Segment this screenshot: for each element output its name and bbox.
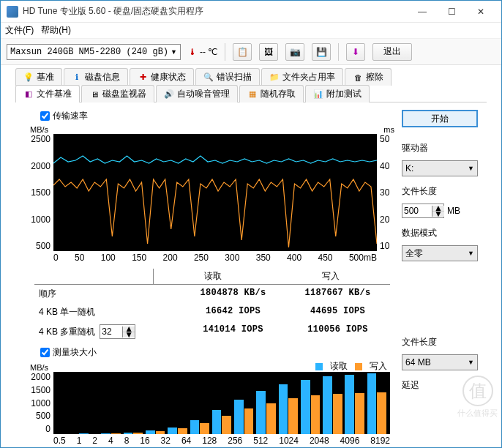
write-bar: [311, 395, 321, 434]
transfer-checkbox[interactable]: 传输速率: [40, 110, 393, 122]
menubar: 文件(F) 帮助(H): [1, 23, 501, 39]
flen2-label: 文件长度: [402, 336, 478, 348]
titlebar: HD Tune 专业版 5.60 - 硬盘/固态硬盘实用程序 — ☐ ✕: [1, 1, 501, 23]
extra-icon: 📊: [313, 89, 323, 100]
write-bar: [377, 392, 386, 434]
thermometer-icon: 🌡: [188, 47, 197, 57]
row-4k-multi: 4 KB 多重随机 ▲▼ 141014 IOPS 110056 IOPS: [34, 321, 390, 342]
read-bar: [345, 375, 354, 434]
copy-image-button[interactable]: 🖼: [259, 43, 278, 61]
drive-select[interactable]: Maxsun 240GB NM5-2280 (240 gB) ▼: [7, 44, 181, 60]
close-button[interactable]: ✕: [466, 1, 495, 22]
tab-erase[interactable]: 🗑擦除: [345, 68, 392, 86]
read-bar: [323, 376, 332, 434]
results-header: 读取写入: [34, 269, 390, 285]
write-bar: [178, 428, 187, 434]
file-icon: ◧: [23, 89, 34, 100]
speaker-icon: 🔊: [164, 89, 174, 100]
transfer-chart: MB/s ms 2500200015001000500 5040302010 0…: [31, 124, 393, 263]
tab-benchmark[interactable]: 💡基准: [15, 68, 62, 86]
bar-group: [255, 372, 276, 434]
bar-group: [344, 372, 364, 434]
monitor-icon: 🖥: [89, 89, 100, 100]
tab-health[interactable]: ✚健康状态: [130, 68, 194, 86]
read-bar: [212, 410, 222, 434]
drive-combo[interactable]: K:▼: [402, 160, 478, 176]
read-bar: [234, 400, 244, 434]
delay-label: 延迟: [402, 379, 478, 392]
y-label-2: MB/s: [30, 363, 48, 372]
menu-file[interactable]: 文件(F): [5, 24, 34, 37]
write-bar: [200, 423, 209, 434]
row-sequential: 顺序 1804878 KB/s 1187667 KB/s: [34, 285, 390, 303]
mode-combo[interactable]: 全零▼: [402, 245, 478, 261]
tab-random[interactable]: ▦随机存取: [239, 85, 304, 102]
bar-group: [190, 372, 210, 434]
toolbar: Maxsun 240GB NM5-2280 (240 gB) ▼ 🌡 -- ℃ …: [1, 39, 501, 65]
read-bar: [168, 428, 177, 434]
write-bar: [244, 408, 254, 434]
line-svg: [53, 134, 377, 251]
magnify-icon: 🔍: [203, 72, 214, 83]
picture-icon: 🖼: [264, 47, 273, 57]
floppy-icon: 💾: [316, 47, 327, 57]
write-bar: [111, 433, 121, 434]
y-ticks-2: 2000150010005000: [30, 372, 50, 434]
flen-input[interactable]: [402, 206, 432, 216]
spin-down-icon[interactable]: ▼: [432, 212, 444, 217]
read-line: [53, 156, 377, 163]
start-button[interactable]: 开始: [402, 110, 478, 127]
app-icon: [7, 6, 18, 18]
blocksize-chart: MB/s 读取 写入 2000150010005000 0.5124816326…: [31, 362, 393, 446]
options-button[interactable]: ⬇: [346, 43, 365, 61]
arrow-down-icon: ⬇: [352, 47, 359, 57]
bars-container: [53, 372, 390, 434]
screenshot-button[interactable]: 📷: [285, 43, 304, 61]
separator: [338, 43, 339, 61]
y2-label: ms: [383, 125, 394, 134]
bar-group: [101, 372, 121, 434]
chevron-down-icon: ▼: [468, 165, 474, 172]
tab-monitor[interactable]: 🖥磁盘监视器: [81, 85, 154, 102]
transfer-check-input[interactable]: [40, 111, 50, 121]
tab-aam[interactable]: 🔊自动噪音管理: [156, 85, 238, 102]
drive-select-value: Maxsun 240GB NM5-2280 (240 gB): [10, 47, 168, 57]
spin-down-icon[interactable]: ▼: [123, 332, 135, 337]
bar-group: [167, 372, 187, 434]
tab-filebench[interactable]: ◧文件基准: [15, 85, 80, 102]
bar-group: [56, 372, 77, 434]
minimize-button[interactable]: —: [408, 1, 437, 22]
y1-label: MB/s: [30, 125, 48, 134]
exit-button[interactable]: 退出: [372, 43, 412, 61]
flen-spinner[interactable]: ▲▼: [402, 204, 444, 218]
write-bar: [355, 393, 364, 434]
tab-folder[interactable]: 📁文件夹占用率: [261, 68, 343, 86]
temperature: 🌡 -- ℃: [188, 47, 217, 57]
qd-spinner[interactable]: ▲▼: [100, 324, 135, 339]
legend-read-swatch: [315, 363, 323, 370]
bar-group: [211, 372, 232, 434]
tab-extra[interactable]: 📊附加测试: [305, 85, 370, 102]
flen2-combo[interactable]: 64 MB▼: [402, 354, 478, 370]
copy-text-button[interactable]: 📋: [233, 43, 252, 61]
maximize-button[interactable]: ☐: [437, 1, 466, 22]
qd-input[interactable]: [100, 326, 122, 337]
y1-ticks: 2500200015001000500: [30, 134, 50, 251]
bulb-icon: 💡: [23, 72, 34, 83]
content-area: 传输速率 MB/s ms 2500200015001000500 5040302…: [15, 102, 487, 448]
col-read: 读取: [154, 269, 272, 284]
blocksize-checkbox[interactable]: 测量块大小: [40, 346, 393, 359]
health-icon: ✚: [138, 72, 148, 83]
save-button[interactable]: 💾: [312, 43, 331, 61]
blocksize-check-input[interactable]: [40, 348, 50, 357]
x-ticks-2: 0.512481632641282565121024204840968192: [53, 436, 390, 446]
col-write: 写入: [271, 269, 390, 284]
menu-help[interactable]: 帮助(H): [41, 24, 71, 37]
tab-errorscan[interactable]: 🔍错误扫描: [195, 68, 260, 86]
camera-icon: 📷: [290, 47, 301, 57]
read-bar: [301, 380, 310, 434]
bar-group: [322, 372, 342, 434]
read-bar: [79, 433, 89, 434]
tab-info[interactable]: ℹ磁盘信息: [64, 68, 128, 86]
write-bar: [133, 433, 143, 434]
